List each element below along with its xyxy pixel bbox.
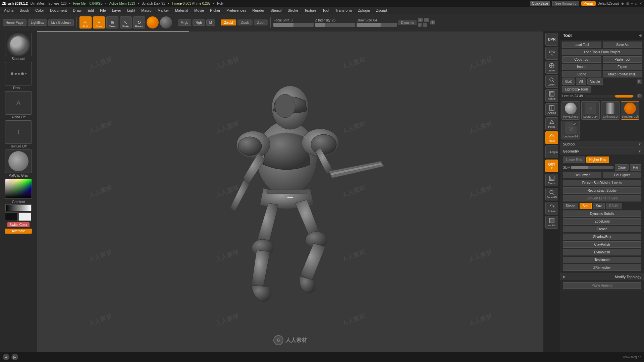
minimize-icon[interactable]: ─ xyxy=(631,2,633,5)
frame-button[interactable]: Frame xyxy=(545,174,558,186)
rotate-button[interactable]: ↻ Rotate xyxy=(133,16,145,28)
edit-button[interactable]: ✏ Edit xyxy=(79,16,92,28)
edgeloop-button[interactable]: EdgeLoop xyxy=(563,218,641,225)
geometry-header[interactable]: Geometry ▼ xyxy=(560,148,644,155)
make-polymesh-button[interactable]: Make PolyMesh3D xyxy=(603,71,642,77)
active-tool-sphere[interactable] xyxy=(147,16,159,28)
canvas-area[interactable]: 人人素材 人人素材 人人素材 人人素材 人人素材 人人素材 人人素材 人人素材 … xyxy=(37,31,543,352)
smt-button[interactable]: Smt xyxy=(580,203,592,209)
dots-thumbnail[interactable] xyxy=(5,62,32,85)
expand-icon[interactable]: ⊞ xyxy=(626,2,629,5)
visible-button[interactable]: Visible xyxy=(587,78,603,85)
menu-texture[interactable]: Texture xyxy=(302,8,319,13)
load-tools-project-button[interactable]: Load Tools From Project xyxy=(562,49,642,55)
menus-button[interactable]: Menus xyxy=(581,1,595,6)
see-through-button[interactable]: See-through 0 xyxy=(552,1,579,6)
alternate-button[interactable]: Alternate xyxy=(5,229,32,234)
texture-thumbnail[interactable]: T xyxy=(5,120,32,144)
suv-button[interactable]: Suv xyxy=(593,203,605,209)
menu-stroke[interactable]: Stroke xyxy=(285,8,301,13)
menu-preferences[interactable]: Preferences xyxy=(224,8,249,13)
nav-next-button[interactable]: ▶ xyxy=(11,354,18,360)
focal-shift-slider[interactable] xyxy=(273,23,314,27)
menu-zplugin[interactable]: Zplugin xyxy=(355,8,373,13)
lecture24a-thumb[interactable]: ○ Lecture-24 xyxy=(581,101,600,120)
par-button[interactable]: Par xyxy=(630,164,641,171)
lightbox-button[interactable]: LightBox xyxy=(28,19,47,26)
menu-macro[interactable]: Macro xyxy=(139,8,154,13)
close-icon[interactable]: ✕ xyxy=(639,2,642,5)
d-button[interactable]: D xyxy=(424,18,429,22)
menu-tool[interactable]: Tool xyxy=(320,8,332,13)
persp-button[interactable]: Persp xyxy=(545,117,558,130)
zcut-button[interactable]: Zcut xyxy=(254,19,268,25)
i-button[interactable]: I xyxy=(418,23,422,27)
zoom3d-button[interactable]: Zoom3D xyxy=(545,188,558,200)
menu-picker[interactable]: Picker xyxy=(207,8,223,13)
menu-brush[interactable]: Brush xyxy=(17,8,32,13)
load-tool-button[interactable]: Load Tool xyxy=(562,42,601,48)
menu-stencil[interactable]: Stencil xyxy=(268,8,284,13)
menu-layer[interactable]: Layer xyxy=(109,8,124,13)
save-as-button[interactable]: Save As xyxy=(603,42,642,48)
scale-button[interactable]: ⤡ Scale xyxy=(120,16,132,28)
lower-res-button[interactable]: Lower Res xyxy=(563,157,585,163)
menu-movie[interactable]: Movie xyxy=(192,8,207,13)
lsym-button[interactable]: ↔ L.Sym xyxy=(545,145,558,158)
s-button[interactable]: S xyxy=(430,20,435,24)
color-picker[interactable] xyxy=(5,179,32,199)
modify-topology-header[interactable]: ▶ Modify Topology xyxy=(560,273,644,280)
spix-button[interactable]: SPix 3 xyxy=(545,47,558,60)
paste-tool-button[interactable]: Paste Tool xyxy=(603,56,642,63)
actual-button[interactable]: Actual xyxy=(545,89,558,102)
nav-prev-button[interactable]: ◀ xyxy=(3,354,9,360)
clone-button[interactable]: Clone xyxy=(562,71,601,77)
z-intensity-slider[interactable] xyxy=(315,23,355,27)
subtool-header[interactable]: Subtool ▼ xyxy=(560,141,644,147)
rotate3d-button[interactable]: Rotate xyxy=(545,202,558,215)
bpr-button[interactable]: BPR xyxy=(545,33,558,46)
menu-render[interactable]: Render xyxy=(250,8,267,13)
rsuv-button[interactable]: RSUV xyxy=(606,203,622,209)
paste-append-button[interactable]: Paste Append xyxy=(563,282,641,289)
simplebrush-thumb[interactable]: SimpleBrush xyxy=(621,101,639,120)
higher-res-button[interactable]: Higher Res xyxy=(586,157,609,163)
alpha-thumbnail[interactable]: Α xyxy=(5,91,32,115)
reconstruct-subdiv-button[interactable]: Reconstruct Subdiv xyxy=(563,187,641,194)
menu-zscript[interactable]: Zscript xyxy=(373,8,390,13)
export-button[interactable]: Export xyxy=(603,64,642,70)
goz-button[interactable]: GoZ xyxy=(562,78,575,85)
switchcolor-button[interactable]: SwitchColor xyxy=(7,222,29,227)
zremesher-button[interactable]: ZRemesher xyxy=(563,264,641,271)
t-button[interactable]: T xyxy=(423,23,428,27)
fill-button[interactable]: ne Fill xyxy=(545,216,558,229)
quicksave-button[interactable]: QuickSave xyxy=(530,1,550,6)
maximize-icon[interactable]: □ xyxy=(635,2,637,5)
zoom-button[interactable]: Zoom xyxy=(545,75,558,88)
polysphere-thumb[interactable]: PolySphere xyxy=(561,101,580,120)
menu-light[interactable]: Light xyxy=(124,8,138,13)
m-button[interactable]: M xyxy=(206,19,215,26)
default-zscript[interactable]: DefaultZScript xyxy=(598,2,619,5)
copy-tool-button[interactable]: Copy Tool xyxy=(562,56,601,63)
lightbox-tools-button[interactable]: Lightbox▶Tools xyxy=(562,86,591,93)
menu-draw[interactable]: Draw xyxy=(70,8,84,13)
mrgb-button[interactable]: Mrgb xyxy=(178,19,192,26)
lecture24b-thumb[interactable]: ◎ 48 Lecture-24 xyxy=(561,121,580,139)
menu-color[interactable]: Color xyxy=(33,8,47,13)
draw-button[interactable]: ✦ Draw xyxy=(93,16,105,28)
crease-button[interactable]: Crease xyxy=(563,226,641,232)
tool-collapse-icon[interactable]: ◀ xyxy=(639,33,641,38)
material-sphere[interactable] xyxy=(160,16,172,28)
claypolish-button[interactable]: ClayPolish xyxy=(563,241,641,248)
floor-button[interactable]: Floor xyxy=(545,131,558,144)
dynamesh-button[interactable]: DynaMesh xyxy=(563,249,641,255)
scroll-button[interactable]: Scroll xyxy=(545,61,558,74)
menu-alpha[interactable]: Alpha xyxy=(1,8,16,13)
tessimate-button[interactable]: Tessimate xyxy=(563,257,641,263)
cylinder3d-thumb[interactable]: Cylinder3D xyxy=(601,101,620,120)
menu-material[interactable]: Material xyxy=(172,8,191,13)
divide-button[interactable]: Divide xyxy=(563,203,578,209)
menu-transform[interactable]: Transform xyxy=(332,8,355,13)
dynamic-subdiv-button[interactable]: Dynamic Subdiv xyxy=(563,210,641,217)
